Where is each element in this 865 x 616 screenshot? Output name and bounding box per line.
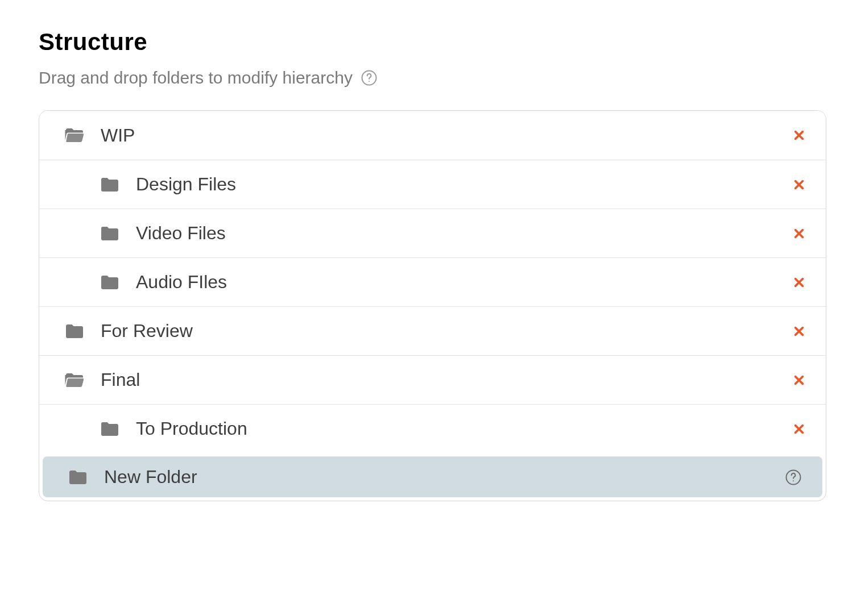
folder-open-icon <box>64 372 85 389</box>
help-icon[interactable] <box>361 69 378 86</box>
folder-row-wip[interactable]: WIP <box>39 111 826 160</box>
delete-icon[interactable] <box>793 178 805 191</box>
folder-row-for-review[interactable]: For Review <box>39 306 826 355</box>
folder-tree: WIP Design Files Video Files Audio FIles <box>39 110 826 501</box>
folder-label: Video Files <box>136 223 793 244</box>
folder-row-final[interactable]: Final <box>39 355 826 404</box>
folder-row-video-files[interactable]: Video Files <box>39 209 826 257</box>
folder-label: New Folder <box>104 467 785 488</box>
svg-point-1 <box>369 81 370 82</box>
folder-label: WIP <box>101 125 793 146</box>
delete-icon[interactable] <box>793 423 805 435</box>
folder-label: For Review <box>101 321 793 342</box>
delete-icon[interactable] <box>793 129 805 141</box>
folder-icon <box>100 176 120 193</box>
delete-icon[interactable] <box>793 276 805 289</box>
folder-row-audio-files[interactable]: Audio FIles <box>39 257 826 306</box>
folder-icon <box>100 421 120 438</box>
subtitle-text: Drag and drop folders to modify hierarch… <box>39 68 353 88</box>
folder-open-icon <box>64 127 85 144</box>
folder-row-new-folder[interactable]: New Folder <box>43 456 822 497</box>
folder-label: Final <box>101 369 793 390</box>
folder-icon <box>100 274 120 291</box>
delete-icon[interactable] <box>793 227 805 240</box>
delete-icon[interactable] <box>793 325 805 338</box>
folder-row-design-files[interactable]: Design Files <box>39 160 826 209</box>
folder-icon <box>100 225 120 242</box>
subtitle: Drag and drop folders to modify hierarch… <box>39 68 826 88</box>
delete-icon[interactable] <box>793 374 805 386</box>
page-title: Structure <box>39 28 826 56</box>
folder-label: To Production <box>136 418 793 439</box>
help-icon[interactable] <box>785 469 802 486</box>
folder-row-to-production[interactable]: To Production <box>39 404 826 453</box>
folder-label: Audio FIles <box>136 272 793 293</box>
folder-icon <box>64 323 85 340</box>
folder-label: Design Files <box>136 174 793 195</box>
svg-point-3 <box>793 480 794 481</box>
folder-icon <box>68 469 88 486</box>
